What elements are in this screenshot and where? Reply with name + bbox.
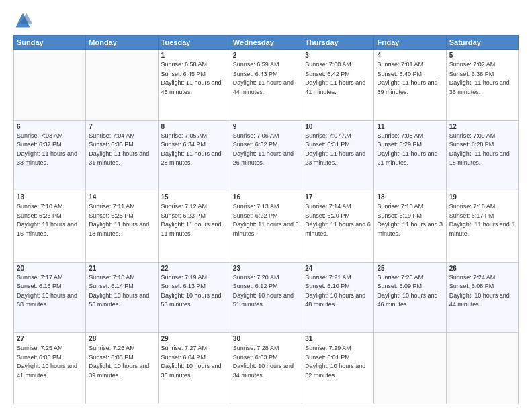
day-number: 9	[233, 123, 299, 130]
calendar-cell: 10Sunrise: 7:07 AM Sunset: 6:31 PM Dayli…	[302, 120, 374, 191]
day-info: Sunrise: 7:17 AM Sunset: 6:16 PM Dayligh…	[17, 273, 83, 310]
day-number: 22	[161, 265, 227, 272]
day-number: 30	[233, 335, 299, 342]
day-number: 26	[449, 265, 515, 272]
day-number: 14	[89, 193, 154, 201]
day-info: Sunrise: 7:05 AM Sunset: 6:34 PM Dayligh…	[161, 132, 227, 168]
day-number: 1	[161, 52, 227, 59]
calendar-cell: 6Sunrise: 7:03 AM Sunset: 6:37 PM Daylig…	[14, 120, 86, 191]
calendar-cell: 4Sunrise: 7:01 AM Sunset: 6:40 PM Daylig…	[374, 50, 446, 121]
calendar-week-3: 13Sunrise: 7:10 AM Sunset: 6:26 PM Dayli…	[14, 191, 519, 263]
day-number: 25	[377, 265, 443, 272]
day-number: 15	[161, 193, 227, 201]
day-info: Sunrise: 7:11 AM Sunset: 6:25 PM Dayligh…	[89, 202, 154, 238]
calendar-cell: 5Sunrise: 7:02 AM Sunset: 6:38 PM Daylig…	[446, 50, 518, 121]
day-info: Sunrise: 7:27 AM Sunset: 6:04 PM Dayligh…	[161, 344, 227, 380]
day-info: Sunrise: 7:13 AM Sunset: 6:22 PM Dayligh…	[233, 202, 299, 238]
day-info: Sunrise: 7:10 AM Sunset: 6:26 PM Dayligh…	[17, 202, 83, 238]
day-info: Sunrise: 7:21 AM Sunset: 6:10 PM Dayligh…	[305, 273, 371, 310]
calendar-cell: 7Sunrise: 7:04 AM Sunset: 6:35 PM Daylig…	[86, 120, 158, 191]
day-number: 17	[305, 193, 371, 201]
day-info: Sunrise: 6:59 AM Sunset: 6:43 PM Dayligh…	[233, 60, 299, 97]
day-info: Sunrise: 7:26 AM Sunset: 6:05 PM Dayligh…	[89, 344, 154, 380]
calendar-cell: 11Sunrise: 7:08 AM Sunset: 6:29 PM Dayli…	[374, 120, 446, 191]
calendar-week-2: 6Sunrise: 7:03 AM Sunset: 6:37 PM Daylig…	[14, 120, 519, 191]
day-number: 29	[161, 335, 227, 342]
day-number: 2	[233, 52, 299, 59]
day-info: Sunrise: 6:58 AM Sunset: 6:45 PM Dayligh…	[161, 60, 227, 97]
calendar-cell	[14, 50, 86, 121]
calendar-header-wednesday: Wednesday	[230, 36, 302, 50]
calendar-cell: 20Sunrise: 7:17 AM Sunset: 6:16 PM Dayli…	[14, 262, 86, 333]
calendar-header-saturday: Saturday	[446, 36, 518, 50]
day-info: Sunrise: 7:28 AM Sunset: 6:03 PM Dayligh…	[233, 344, 299, 380]
day-number: 11	[377, 123, 443, 130]
calendar-cell: 16Sunrise: 7:13 AM Sunset: 6:22 PM Dayli…	[230, 191, 302, 263]
calendar-cell: 19Sunrise: 7:16 AM Sunset: 6:17 PM Dayli…	[446, 191, 518, 263]
calendar-cell	[446, 333, 518, 404]
day-info: Sunrise: 7:02 AM Sunset: 6:38 PM Dayligh…	[449, 60, 515, 97]
day-info: Sunrise: 7:24 AM Sunset: 6:08 PM Dayligh…	[449, 273, 515, 310]
day-info: Sunrise: 7:18 AM Sunset: 6:14 PM Dayligh…	[89, 273, 154, 310]
day-number: 7	[89, 123, 154, 130]
calendar-cell: 8Sunrise: 7:05 AM Sunset: 6:34 PM Daylig…	[158, 120, 230, 191]
day-number: 4	[377, 52, 443, 59]
day-info: Sunrise: 7:06 AM Sunset: 6:32 PM Dayligh…	[233, 132, 299, 168]
calendar-cell: 31Sunrise: 7:29 AM Sunset: 6:01 PM Dayli…	[302, 333, 374, 404]
day-number: 12	[449, 123, 515, 130]
calendar-cell: 12Sunrise: 7:09 AM Sunset: 6:28 PM Dayli…	[446, 120, 518, 191]
day-number: 3	[305, 52, 371, 59]
calendar-week-1: 1Sunrise: 6:58 AM Sunset: 6:45 PM Daylig…	[14, 50, 519, 121]
day-info: Sunrise: 7:15 AM Sunset: 6:19 PM Dayligh…	[377, 202, 443, 238]
calendar-cell: 21Sunrise: 7:18 AM Sunset: 6:14 PM Dayli…	[86, 262, 158, 333]
calendar-header-sunday: Sunday	[14, 36, 86, 50]
day-info: Sunrise: 7:19 AM Sunset: 6:13 PM Dayligh…	[161, 273, 227, 310]
calendar-header-monday: Monday	[86, 36, 158, 50]
day-number: 6	[17, 123, 83, 130]
calendar-cell: 27Sunrise: 7:25 AM Sunset: 6:06 PM Dayli…	[14, 333, 86, 404]
day-info: Sunrise: 7:23 AM Sunset: 6:09 PM Dayligh…	[377, 273, 443, 310]
day-number: 8	[161, 123, 227, 130]
day-info: Sunrise: 7:03 AM Sunset: 6:37 PM Dayligh…	[17, 132, 83, 168]
calendar-cell: 22Sunrise: 7:19 AM Sunset: 6:13 PM Dayli…	[158, 262, 230, 333]
day-number: 21	[89, 265, 154, 272]
day-info: Sunrise: 7:14 AM Sunset: 6:20 PM Dayligh…	[305, 202, 371, 238]
day-info: Sunrise: 7:07 AM Sunset: 6:31 PM Dayligh…	[305, 132, 371, 168]
day-info: Sunrise: 7:29 AM Sunset: 6:01 PM Dayligh…	[305, 344, 371, 380]
calendar-header-tuesday: Tuesday	[158, 36, 230, 50]
day-info: Sunrise: 7:08 AM Sunset: 6:29 PM Dayligh…	[377, 132, 443, 168]
calendar-week-4: 20Sunrise: 7:17 AM Sunset: 6:16 PM Dayli…	[14, 262, 519, 333]
calendar-cell: 13Sunrise: 7:10 AM Sunset: 6:26 PM Dayli…	[14, 191, 86, 263]
calendar-cell: 15Sunrise: 7:12 AM Sunset: 6:23 PM Dayli…	[158, 191, 230, 263]
day-info: Sunrise: 7:01 AM Sunset: 6:40 PM Dayligh…	[377, 60, 443, 97]
page: SundayMondayTuesdayWednesdayThursdayFrid…	[0, 0, 532, 411]
day-number: 28	[89, 335, 154, 342]
day-info: Sunrise: 7:25 AM Sunset: 6:06 PM Dayligh…	[17, 344, 83, 380]
day-info: Sunrise: 7:00 AM Sunset: 6:42 PM Dayligh…	[305, 60, 371, 97]
day-number: 10	[305, 123, 371, 130]
calendar-cell: 2Sunrise: 6:59 AM Sunset: 6:43 PM Daylig…	[230, 50, 302, 121]
logo-icon	[13, 11, 32, 30]
day-info: Sunrise: 7:04 AM Sunset: 6:35 PM Dayligh…	[89, 132, 154, 168]
calendar-cell: 9Sunrise: 7:06 AM Sunset: 6:32 PM Daylig…	[230, 120, 302, 191]
day-number: 13	[17, 193, 83, 201]
calendar-cell	[374, 333, 446, 404]
calendar-cell: 30Sunrise: 7:28 AM Sunset: 6:03 PM Dayli…	[230, 333, 302, 404]
calendar-cell: 29Sunrise: 7:27 AM Sunset: 6:04 PM Dayli…	[158, 333, 230, 404]
calendar-cell: 23Sunrise: 7:20 AM Sunset: 6:12 PM Dayli…	[230, 262, 302, 333]
day-info: Sunrise: 7:20 AM Sunset: 6:12 PM Dayligh…	[233, 273, 299, 310]
calendar-week-5: 27Sunrise: 7:25 AM Sunset: 6:06 PM Dayli…	[14, 333, 519, 404]
calendar-cell: 28Sunrise: 7:26 AM Sunset: 6:05 PM Dayli…	[86, 333, 158, 404]
calendar-header-friday: Friday	[374, 36, 446, 50]
calendar-cell: 14Sunrise: 7:11 AM Sunset: 6:25 PM Dayli…	[86, 191, 158, 263]
day-info: Sunrise: 7:12 AM Sunset: 6:23 PM Dayligh…	[161, 202, 227, 238]
day-info: Sunrise: 7:16 AM Sunset: 6:17 PM Dayligh…	[449, 202, 515, 238]
calendar-cell: 24Sunrise: 7:21 AM Sunset: 6:10 PM Dayli…	[302, 262, 374, 333]
logo	[13, 11, 35, 30]
calendar-header-thursday: Thursday	[302, 36, 374, 50]
day-number: 23	[233, 265, 299, 272]
calendar-cell: 17Sunrise: 7:14 AM Sunset: 6:20 PM Dayli…	[302, 191, 374, 263]
day-number: 20	[17, 265, 83, 272]
calendar-cell: 3Sunrise: 7:00 AM Sunset: 6:42 PM Daylig…	[302, 50, 374, 121]
day-number: 19	[449, 193, 515, 201]
